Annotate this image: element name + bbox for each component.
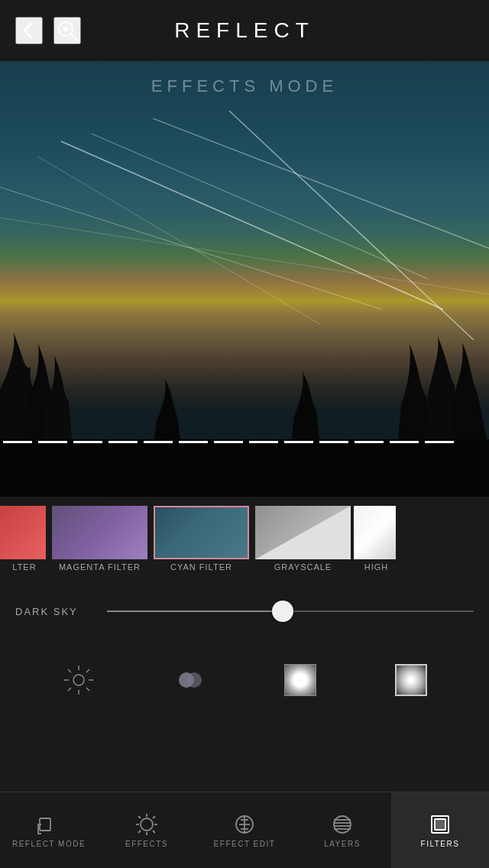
nav-label-reflect-mode: REFLECT MODE	[12, 840, 86, 848]
svg-point-38	[334, 816, 351, 833]
slider-track[interactable]	[107, 611, 474, 612]
ground	[0, 443, 489, 497]
filter-thumb-red[interactable]	[0, 506, 46, 559]
svg-line-1	[71, 34, 77, 40]
svg-point-22	[186, 672, 202, 688]
brightness-tool[interactable]	[56, 657, 102, 703]
tools-row	[0, 642, 489, 718]
slider-thumb[interactable]	[272, 601, 293, 622]
slider-label: DARK SKY	[15, 606, 99, 617]
nav-item-effect-edit[interactable]: EFFECT EDIT	[196, 792, 293, 868]
svg-point-24	[141, 818, 153, 831]
filter-strip: LTER MAGENTA FILTER CYAN FILTER GRAYSCAL…	[0, 497, 489, 581]
svg-line-8	[229, 111, 474, 340]
slider-fill	[107, 611, 283, 612]
filter-thumb-cyan[interactable]	[154, 506, 249, 559]
filter-thumb-high[interactable]	[354, 506, 396, 559]
filter-thumb-magenta[interactable]	[52, 506, 147, 559]
svg-line-20	[68, 688, 71, 691]
nav-item-effects[interactable]: EFFECTS	[98, 792, 196, 868]
svg-line-17	[68, 669, 71, 672]
svg-line-29	[138, 816, 141, 818]
nav-item-filters[interactable]: FILTERS	[391, 792, 489, 868]
filter-label-grayscale: GRAYSCALE	[274, 562, 332, 572]
vignette-soft-icon	[284, 664, 316, 696]
svg-line-31	[153, 816, 155, 818]
svg-line-7	[0, 187, 382, 309]
vignette-soft-tool[interactable]	[277, 657, 323, 703]
svg-line-4	[61, 141, 443, 309]
svg-line-5	[92, 134, 428, 279]
svg-line-9	[38, 157, 321, 325]
zoom-button[interactable]	[53, 17, 81, 44]
effects-mode-text: EFFECTS MODE	[151, 76, 338, 96]
nav-label-filters: FILTERS	[421, 840, 460, 848]
svg-line-19	[86, 669, 89, 672]
nav-label-layers: LAYERS	[324, 840, 361, 848]
app-title: REFLECT	[174, 18, 315, 43]
blend-tool[interactable]	[167, 657, 212, 703]
filter-thumb-grayscale[interactable]	[255, 506, 351, 559]
svg-rect-44	[435, 819, 445, 830]
cyan-overlay	[0, 61, 489, 497]
nav-item-reflect-mode[interactable]: REFLECT MODE	[0, 792, 98, 868]
svg-rect-23	[40, 818, 50, 831]
slider-area: DARK SKY	[0, 581, 489, 642]
filter-item-cyan[interactable]: CYAN FILTER	[151, 506, 252, 572]
reflection-line	[0, 441, 489, 443]
bottom-nav: REFLECT MODE EFFECTS EFFECT EDIT	[0, 792, 489, 868]
filter-label-red: LTER	[12, 562, 36, 572]
photo-area: EFFECTS MODE	[0, 61, 489, 497]
svg-point-12	[73, 675, 84, 685]
vignette-sharp-tool[interactable]	[388, 657, 434, 703]
filter-label-cyan: CYAN FILTER	[170, 562, 232, 572]
photo-canvas: EFFECTS MODE	[0, 61, 489, 497]
back-button[interactable]	[15, 17, 43, 44]
filter-item-magenta[interactable]: MAGENTA FILTER	[49, 506, 151, 572]
filter-item-grayscale[interactable]: GRAYSCALE	[252, 506, 354, 572]
nav-item-layers[interactable]: LAYERS	[293, 792, 391, 868]
nav-label-effect-edit: EFFECT EDIT	[214, 840, 276, 848]
header: REFLECT	[0, 0, 489, 61]
vignette-sharp-icon	[395, 664, 427, 696]
filter-label-magenta: MAGENTA FILTER	[59, 562, 141, 572]
svg-line-10	[0, 218, 489, 294]
svg-line-32	[138, 831, 141, 833]
nav-label-effects: EFFECTS	[125, 840, 168, 848]
svg-line-6	[153, 118, 489, 248]
svg-line-18	[86, 688, 89, 691]
filter-item-high[interactable]: HIGH	[354, 506, 399, 572]
svg-line-30	[153, 831, 155, 833]
filter-label-high: HIGH	[364, 562, 389, 572]
filter-item-red[interactable]: LTER	[0, 506, 49, 572]
